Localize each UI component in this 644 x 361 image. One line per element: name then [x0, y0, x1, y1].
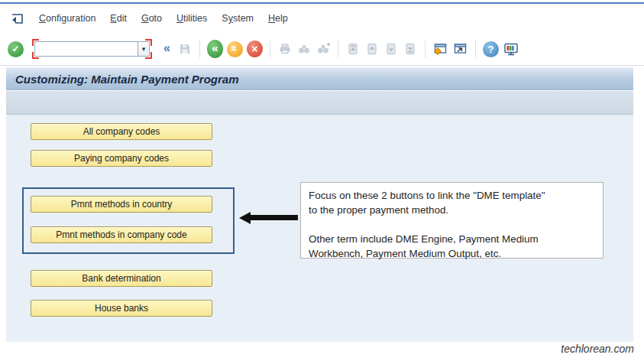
toolbar-separator — [475, 41, 476, 57]
command-field: ▾ — [32, 39, 152, 59]
menu-label-post: oto — [149, 13, 162, 24]
save-button[interactable] — [177, 41, 193, 57]
help-button[interactable]: ? — [483, 41, 499, 57]
toolbar-separator — [425, 41, 426, 57]
print-button[interactable] — [277, 41, 293, 57]
back-icon: « — [207, 40, 223, 58]
menu-label-key: E — [110, 13, 116, 24]
enter-button[interactable]: ✓ — [8, 41, 24, 57]
content-area: All company codes Paying company codes P… — [6, 115, 633, 342]
cancel-button[interactable]: × — [247, 41, 263, 57]
menu-label-post: dit — [117, 13, 127, 24]
annotation-note: Focus on these 2 buttons to link the "DM… — [300, 182, 604, 259]
page-title: Customizing: Maintain Payment Program — [15, 73, 239, 86]
menu-label-pre: S — [222, 13, 228, 24]
house-banks-button[interactable]: House banks — [31, 300, 212, 317]
menu-utilities[interactable]: Utilities — [176, 13, 207, 24]
first-page-icon — [345, 41, 361, 57]
print-icon — [277, 41, 293, 57]
find-next-button[interactable] — [316, 41, 331, 57]
focus-corner-icon — [145, 52, 152, 59]
cancel-icon: × — [247, 41, 263, 57]
find-icon — [296, 41, 312, 57]
last-page-button[interactable] — [403, 41, 418, 57]
system-menu-icon — [11, 13, 24, 24]
arrow-shaft — [251, 215, 298, 220]
menu-label-post: tilities — [183, 13, 207, 24]
system-menu-icon[interactable] — [9, 11, 24, 25]
last-page-icon — [403, 41, 418, 57]
enter-check-icon: ✓ — [8, 41, 24, 57]
menu-bar: Configuration Edit Goto Utilities System… — [0, 4, 644, 33]
exit-button[interactable]: « — [227, 41, 243, 57]
sap-screen: Customizing: Maintain Payment Program Al… — [6, 67, 633, 342]
toolbar-separator — [270, 41, 270, 57]
paying-company-codes-button[interactable]: Paying company codes — [31, 150, 212, 167]
highlight-box — [22, 187, 235, 254]
annotation-paragraph: Other term include DME Engine, Payment M… — [309, 232, 595, 261]
next-page-button[interactable] — [383, 41, 399, 57]
menu-label-key: H — [268, 13, 275, 24]
create-shortcut-icon — [452, 41, 468, 57]
menu-label-post: onfiguration — [46, 13, 95, 24]
focus-corner-icon — [32, 52, 39, 59]
menu-label-key: U — [176, 13, 183, 24]
menu-help[interactable]: Help — [268, 13, 288, 24]
customize-layout-button[interactable] — [503, 41, 519, 57]
menu-configuration[interactable]: Configuration — [39, 13, 95, 24]
customize-layout-icon — [503, 41, 519, 57]
command-input[interactable] — [34, 41, 138, 57]
save-icon — [177, 41, 193, 57]
next-page-icon — [383, 41, 399, 57]
collapse-field-icon[interactable]: « — [163, 41, 170, 55]
find-button[interactable] — [296, 41, 312, 57]
exit-icon: « — [227, 41, 243, 57]
menu-label-key: G — [141, 13, 149, 24]
new-session-icon — [432, 41, 448, 57]
annotation-paragraph: Focus on these 2 buttons to link the "DM… — [309, 188, 595, 217]
new-session-button[interactable] — [432, 41, 448, 57]
first-page-button[interactable] — [345, 41, 361, 57]
menu-label-key: C — [39, 13, 46, 24]
back-button[interactable]: « — [207, 40, 223, 58]
menu-system[interactable]: System — [222, 13, 254, 24]
toolbar-separator — [338, 41, 338, 57]
menu-edit[interactable]: Edit — [110, 13, 127, 24]
previous-page-icon — [364, 41, 380, 57]
screen-title-bar: Customizing: Maintain Payment Program — [6, 67, 633, 90]
bank-determination-button[interactable]: Bank determination — [31, 270, 212, 287]
arrow-head-icon — [239, 212, 251, 224]
exit-glyph: « — [229, 45, 241, 51]
help-icon: ? — [483, 41, 499, 57]
toolbar-separator — [199, 41, 200, 57]
menu-label-post: elp — [275, 13, 288, 24]
previous-page-button[interactable] — [364, 41, 380, 57]
find-next-icon — [316, 41, 331, 57]
focus-corner-icon — [145, 39, 152, 46]
annotation-arrow-icon — [239, 211, 298, 224]
standard-toolbar: ✓ ▾ « « « × — [0, 33, 644, 66]
application-toolbar — [6, 91, 633, 115]
watermark: techlorean.com — [561, 343, 634, 355]
menu-goto[interactable]: Goto — [141, 13, 162, 24]
all-company-codes-button[interactable]: All company codes — [31, 123, 212, 140]
menu-label-post: stem — [233, 13, 254, 24]
focus-corner-icon — [32, 39, 39, 46]
create-shortcut-button[interactable] — [452, 41, 468, 57]
